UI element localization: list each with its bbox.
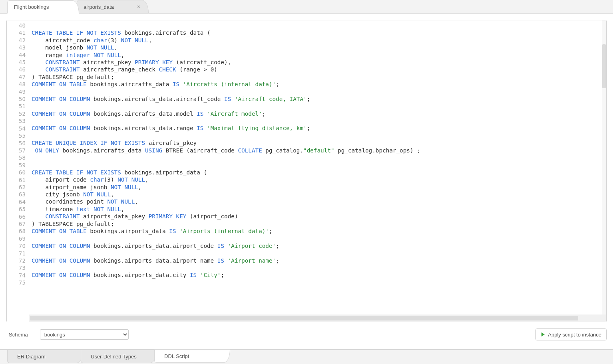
code-line[interactable]: [32, 235, 604, 242]
code-line[interactable]: [32, 154, 604, 161]
close-icon[interactable]: ×: [137, 4, 140, 10]
schema-select[interactable]: bookings: [40, 329, 129, 340]
line-number: 57: [7, 147, 26, 154]
code-line[interactable]: ON ONLY bookings.aircrafts_data USING BT…: [32, 147, 604, 154]
apply-script-label: Apply script to instance: [548, 332, 601, 338]
tab-label: airports_data: [84, 4, 114, 10]
line-number: 70: [7, 242, 26, 249]
top-tab[interactable]: airports_data×: [77, 0, 149, 13]
line-number: 46: [7, 66, 26, 73]
line-number: 75: [7, 279, 26, 286]
line-number: 44: [7, 51, 26, 59]
code-line[interactable]: model jsonb NOT NULL,: [32, 44, 604, 51]
code-line[interactable]: coordinates point NOT NULL,: [32, 198, 604, 205]
line-number: 53: [7, 117, 26, 125]
code-line[interactable]: [32, 117, 604, 125]
code-line[interactable]: airport_code char(3) NOT NULL,: [32, 176, 604, 183]
code-line[interactable]: [32, 103, 604, 110]
code-line[interactable]: COMMENT ON COLUMN bookings.airports_data…: [32, 242, 604, 249]
code-line[interactable]: ) TABLESPACE pg_default;: [32, 73, 604, 81]
code-editor[interactable]: 4041424344454647484950515253545556575859…: [6, 20, 607, 322]
play-icon: [541, 332, 545, 337]
code-line[interactable]: CONSTRAINT aircrafts_range_check CHECK (…: [32, 66, 604, 73]
line-number: 47: [7, 73, 26, 81]
code-line[interactable]: CREATE TABLE IF NOT EXISTS bookings.airp…: [32, 169, 604, 176]
line-number: 66: [7, 213, 26, 220]
scrollbar-thumb[interactable]: [30, 316, 578, 320]
line-number: 74: [7, 272, 26, 279]
code-line[interactable]: [32, 161, 604, 168]
code-content[interactable]: CREATE TABLE IF NOT EXISTS bookings.airc…: [29, 20, 606, 322]
tab-label: User-Defined Types: [91, 354, 137, 360]
line-number: 60: [7, 169, 26, 176]
line-number: 54: [7, 125, 26, 132]
line-number: 45: [7, 59, 26, 66]
code-line[interactable]: [32, 279, 604, 286]
line-number: 59: [7, 162, 26, 169]
scrollbar-thumb[interactable]: [602, 44, 606, 88]
line-number: 64: [7, 198, 26, 206]
code-line[interactable]: COMMENT ON TABLE bookings.airports_data …: [32, 228, 604, 235]
top-tab[interactable]: Flight bookings: [7, 0, 79, 14]
line-number: 71: [7, 250, 26, 257]
code-line[interactable]: city jsonb NOT NULL,: [32, 191, 604, 198]
line-number: 65: [7, 206, 26, 213]
code-line[interactable]: CONSTRAINT airports_data_pkey PRIMARY KE…: [32, 213, 604, 220]
main-panel: 4041424344454647484950515253545556575859…: [0, 14, 613, 350]
code-line[interactable]: aircraft_code char(3) NOT NULL,: [32, 37, 604, 44]
code-line[interactable]: timezone text NOT NULL,: [32, 206, 604, 213]
line-number: 56: [7, 140, 26, 147]
apply-script-button[interactable]: Apply script to instance: [535, 328, 607, 340]
line-number: 61: [7, 176, 26, 184]
line-number: 73: [7, 264, 26, 271]
line-number: 69: [7, 235, 26, 242]
code-line[interactable]: [32, 264, 604, 271]
editor-footer: Schema bookings Apply script to instance: [6, 322, 607, 343]
code-line[interactable]: range integer NOT NULL,: [32, 51, 604, 59]
code-line[interactable]: CREATE UNIQUE INDEX IF NOT EXISTS aircra…: [32, 139, 604, 146]
code-line[interactable]: ) TABLESPACE pg_default;: [32, 220, 604, 228]
line-number: 67: [7, 220, 26, 228]
line-number: 41: [7, 29, 26, 36]
code-line[interactable]: [32, 22, 604, 29]
code-line[interactable]: COMMENT ON COLUMN bookings.aircrafts_dat…: [32, 110, 604, 117]
code-line[interactable]: [32, 249, 604, 257]
bottom-tab[interactable]: ER Diagram: [7, 350, 83, 363]
code-line[interactable]: COMMENT ON COLUMN bookings.aircrafts_dat…: [32, 125, 604, 132]
line-number-gutter: 4041424344454647484950515253545556575859…: [7, 20, 29, 322]
line-number: 63: [7, 191, 26, 198]
editor-vertical-scrollbar[interactable]: [602, 20, 606, 315]
line-number: 68: [7, 228, 26, 235]
line-number: 50: [7, 95, 26, 103]
line-number: 72: [7, 257, 26, 264]
code-line[interactable]: COMMENT ON COLUMN bookings.airports_data…: [32, 257, 604, 264]
line-number: 52: [7, 110, 26, 117]
code-line[interactable]: COMMENT ON COLUMN bookings.aircrafts_dat…: [32, 95, 604, 103]
tab-label: DDL Script: [164, 353, 189, 359]
code-line[interactable]: CREATE TABLE IF NOT EXISTS bookings.airc…: [32, 29, 604, 36]
editor-horizontal-scrollbar[interactable]: [29, 315, 606, 322]
code-line[interactable]: COMMENT ON TABLE bookings.aircrafts_data…: [32, 81, 604, 88]
schema-label: Schema: [9, 332, 28, 338]
code-line[interactable]: COMMENT ON COLUMN bookings.airports_data…: [32, 271, 604, 279]
line-number: 51: [7, 103, 26, 110]
line-number: 43: [7, 44, 26, 51]
line-number: 62: [7, 184, 26, 191]
bottom-tab-bar: ER DiagramUser-Defined TypesDDL Script: [0, 350, 613, 364]
top-tab-bar: Flight bookingsairports_data×: [0, 0, 613, 14]
bottom-tab[interactable]: User-Defined Types: [81, 350, 157, 363]
tab-label: Flight bookings: [14, 4, 49, 10]
tab-label: ER Diagram: [17, 354, 46, 360]
code-line[interactable]: [32, 132, 604, 139]
line-number: 48: [7, 81, 26, 88]
line-number: 49: [7, 88, 26, 95]
code-line[interactable]: [32, 88, 604, 95]
line-number: 58: [7, 154, 26, 161]
line-number: 40: [7, 22, 26, 29]
line-number: 55: [7, 132, 26, 139]
code-line[interactable]: CONSTRAINT aircrafts_pkey PRIMARY KEY (a…: [32, 59, 604, 66]
line-number: 42: [7, 37, 26, 44]
code-line[interactable]: airport_name jsonb NOT NULL,: [32, 184, 604, 191]
bottom-tab[interactable]: DDL Script: [154, 350, 230, 363]
